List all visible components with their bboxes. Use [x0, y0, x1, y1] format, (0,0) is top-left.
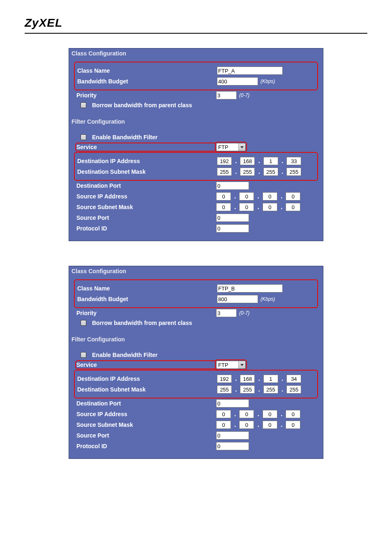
dest-ip-mask-highlight: Destination IP Address . . . Destination…: [74, 152, 318, 181]
src-mask-oct4[interactable]: [286, 421, 300, 429]
class-config-title: Class Configuration: [69, 266, 323, 276]
dest-mask-input: . . .: [217, 385, 301, 394]
src-ip-label: Source IP Address: [76, 193, 216, 200]
class-name-input[interactable]: [217, 284, 283, 292]
src-mask-oct3[interactable]: [263, 421, 277, 429]
src-ip-oct4[interactable]: [286, 410, 300, 418]
dest-mask-oct2[interactable]: [240, 385, 255, 394]
src-ip-oct1[interactable]: [216, 192, 231, 200]
dest-ip-oct3[interactable]: [263, 157, 278, 165]
dest-mask-label: Destination Subnet Mask: [77, 386, 217, 393]
priority-input[interactable]: [216, 309, 237, 317]
src-mask-oct1[interactable]: [216, 421, 231, 429]
protocol-id-input[interactable]: [216, 224, 249, 233]
dest-ip-oct1[interactable]: [217, 375, 232, 383]
dest-ip-oct4[interactable]: [286, 375, 301, 383]
dest-mask-oct4[interactable]: [286, 385, 301, 394]
src-ip-oct2[interactable]: [239, 192, 254, 200]
class-name-input[interactable]: [217, 67, 283, 75]
dest-port-input[interactable]: [216, 182, 249, 190]
src-mask-input: . . .: [216, 421, 300, 429]
filter-config-title: Filter Configuration: [69, 117, 323, 127]
src-mask-oct2[interactable]: [239, 421, 254, 429]
src-mask-oct1[interactable]: [216, 203, 231, 211]
class-config-title: Class Configuration: [69, 48, 323, 58]
bandwidth-budget-input[interactable]: [217, 295, 258, 303]
class-name-budget-highlight: Class Name Bandwidth Budget (Kbps): [74, 62, 318, 90]
service-label: Service: [76, 144, 216, 150]
src-ip-oct1[interactable]: [216, 410, 231, 418]
dest-ip-input: . . .: [217, 375, 301, 383]
borrow-bw-text: Borrow bandwidth from parent class: [92, 320, 192, 326]
dest-port-label: Destination Port: [76, 400, 216, 407]
class-name-budget-highlight: Class Name Bandwidth Budget (Kbps): [74, 279, 318, 308]
src-ip-label: Source IP Address: [76, 411, 216, 417]
src-ip-input: . . .: [216, 410, 300, 418]
src-ip-oct3[interactable]: [263, 192, 277, 200]
priority-input[interactable]: [216, 91, 237, 99]
dest-ip-oct4[interactable]: [286, 157, 301, 165]
priority-range: (0-7): [239, 92, 249, 98]
chevron-down-icon: [238, 361, 245, 368]
src-mask-label: Source Subnet Mask: [76, 421, 216, 428]
dest-mask-oct1[interactable]: [217, 385, 232, 394]
dest-ip-oct1[interactable]: [217, 157, 232, 165]
enable-filter-text: Enable Bandwidth Filter: [92, 134, 157, 140]
bandwidth-unit: (Kbps): [261, 296, 275, 302]
src-ip-oct4[interactable]: [286, 192, 300, 200]
src-ip-oct2[interactable]: [239, 410, 254, 418]
src-mask-input: . . .: [216, 203, 300, 211]
dest-ip-oct2[interactable]: [240, 375, 255, 383]
service-select[interactable]: FTP: [216, 143, 246, 151]
chevron-down-icon: [238, 143, 245, 151]
src-port-input[interactable]: [216, 431, 249, 440]
src-port-label: Source Port: [76, 432, 216, 439]
bandwidth-budget-input[interactable]: [217, 77, 258, 85]
enable-filter-label: Enable Bandwidth Filter: [76, 352, 216, 358]
service-select-value: FTP: [218, 144, 238, 150]
enable-filter-checkbox[interactable]: [81, 352, 86, 358]
protocol-id-input[interactable]: [216, 442, 249, 450]
dest-ip-oct2[interactable]: [240, 157, 255, 165]
bandwidth-budget-label: Bandwidth Budget: [77, 78, 217, 85]
protocol-id-label: Protocol ID: [76, 443, 216, 449]
service-select[interactable]: FTP: [216, 361, 246, 369]
brand-logo: ZyXEL: [25, 16, 367, 30]
src-port-label: Source Port: [76, 214, 216, 221]
borrow-bw-label: Borrow bandwidth from parent class: [76, 102, 216, 108]
service-select-highlight: FTP: [216, 143, 246, 151]
priority-label: Priority: [76, 310, 216, 316]
dest-mask-label: Destination Subnet Mask: [77, 168, 217, 175]
service-select-value: FTP: [218, 362, 238, 368]
enable-filter-text: Enable Bandwidth Filter: [92, 352, 157, 358]
dest-ip-mask-highlight: Destination IP Address . . . Destination…: [74, 370, 318, 398]
priority-label: Priority: [76, 92, 216, 99]
dest-mask-oct1[interactable]: [217, 168, 232, 176]
borrow-bw-checkbox[interactable]: [81, 102, 86, 108]
enable-filter-checkbox[interactable]: [81, 134, 86, 140]
dest-mask-oct4[interactable]: [286, 168, 301, 176]
bandwidth-budget-label: Bandwidth Budget: [77, 296, 217, 302]
src-mask-label: Source Subnet Mask: [76, 204, 216, 210]
src-mask-oct2[interactable]: [239, 203, 254, 211]
dest-mask-input: . . .: [217, 168, 301, 176]
dest-ip-oct3[interactable]: [263, 375, 278, 383]
borrow-bw-label: Borrow bandwidth from parent class: [76, 320, 216, 326]
class-config-panel-a: Class Configuration Class Name Bandwidth…: [69, 48, 323, 241]
src-mask-oct4[interactable]: [286, 203, 300, 211]
class-name-label: Class Name: [77, 285, 217, 292]
class-config-panel-b: Class Configuration Class Name Bandwidth…: [69, 266, 323, 459]
src-port-input[interactable]: [216, 214, 249, 222]
dest-ip-label: Destination IP Address: [77, 158, 217, 164]
filter-config-title: Filter Configuration: [69, 334, 323, 344]
src-ip-oct3[interactable]: [263, 410, 277, 418]
enable-filter-label: Enable Bandwidth Filter: [76, 134, 216, 140]
src-mask-oct3[interactable]: [263, 203, 277, 211]
dest-mask-oct3[interactable]: [263, 168, 278, 176]
dest-ip-label: Destination IP Address: [77, 375, 217, 382]
dest-mask-oct2[interactable]: [240, 168, 255, 176]
borrow-bw-checkbox[interactable]: [81, 320, 86, 326]
dest-mask-oct3[interactable]: [263, 385, 278, 394]
service-label: Service: [76, 362, 216, 368]
dest-port-input[interactable]: [216, 399, 249, 408]
